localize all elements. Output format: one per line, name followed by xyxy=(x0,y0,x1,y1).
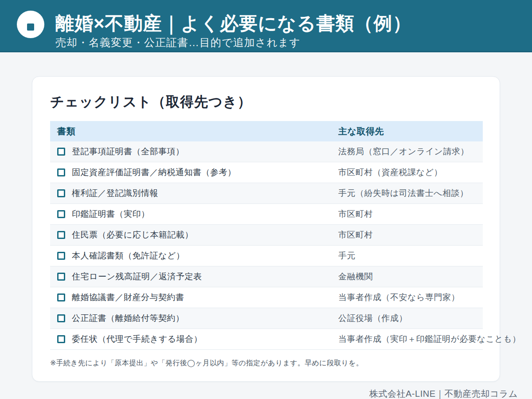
checkbox[interactable] xyxy=(57,335,65,343)
checkbox[interactable] xyxy=(57,231,65,239)
document-name: 固定資産評価証明書／納税通知書（参考） xyxy=(72,167,236,178)
table-row: 権利証／登記識別情報 手元（紛失時は司法書士へ相談） xyxy=(50,183,483,204)
table-row: 登記事項証明書（全部事項） 法務局（窓口／オンライン請求） xyxy=(50,141,483,162)
table-row: 住宅ローン残高証明／返済予定表 金融機関 xyxy=(50,266,483,287)
table-row: 公正証書（離婚給付等契約） 公証役場（作成） xyxy=(50,308,483,329)
source-name: 当事者作成（不安なら専門家） xyxy=(338,292,483,303)
table-row: 本人確認書類（免許証など） 手元 xyxy=(50,246,483,266)
checkbox[interactable] xyxy=(57,252,65,260)
document-name: 登記事項証明書（全部事項） xyxy=(72,146,184,157)
checkbox[interactable] xyxy=(57,189,65,197)
column-header-documents: 書類 xyxy=(50,125,338,137)
document-name: 本人確認書類（免許証など） xyxy=(72,250,184,262)
page-subtitle: 売却・名義変更・公正証書…目的で追加されます xyxy=(55,35,525,50)
checkbox[interactable] xyxy=(57,148,65,156)
document-cell: 固定資産評価証明書／納税通知書（参考） xyxy=(50,167,338,178)
table-row: 離婚協議書／財産分与契約書 当事者作成（不安なら専門家） xyxy=(50,287,483,308)
document-name: 印鑑証明書（実印） xyxy=(72,208,150,220)
logo-square-icon xyxy=(27,23,34,31)
header-banner: 離婚×不動産｜よく必要になる書類（例） 売却・名義変更・公正証書…目的で追加され… xyxy=(0,0,532,52)
document-cell: 住宅ローン残高証明／返済予定表 xyxy=(50,271,338,282)
table-row: 委任状（代理で手続きする場合） 当事者作成（実印＋印鑑証明が必要なことも） xyxy=(50,329,483,350)
checkbox[interactable] xyxy=(57,168,65,176)
table-row: 住民票（必要に応じ本籍記載） 市区町村 xyxy=(50,225,483,246)
banner-text: 離婚×不動産｜よく必要になる書類（例） 売却・名義変更・公正証書…目的で追加され… xyxy=(55,0,525,50)
source-name: 金融機関 xyxy=(338,271,483,282)
page: 離婚×不動産｜よく必要になる書類（例） 売却・名義変更・公正証書…目的で追加され… xyxy=(0,0,532,399)
documents-table: 書類 主な取得先 登記事項証明書（全部事項） 法務局（窓口／オンライン請求） 固… xyxy=(50,121,483,350)
table-body: 登記事項証明書（全部事項） 法務局（窓口／オンライン請求） 固定資産評価証明書／… xyxy=(50,141,483,350)
logo-icon xyxy=(17,11,44,38)
source-name: 公証役場（作成） xyxy=(338,313,483,324)
source-name: 市区町村 xyxy=(338,229,483,241)
document-name: 住宅ローン残高証明／返済予定表 xyxy=(72,271,202,282)
document-name: 権利証／登記識別情報 xyxy=(72,188,158,199)
table-row: 固定資産評価証明書／納税通知書（参考） 市区町村（資産税課など） xyxy=(50,162,483,183)
document-cell: 権利証／登記識別情報 xyxy=(50,188,338,199)
checklist-card: チェックリスト（取得先つき） 書類 主な取得先 登記事項証明書（全部事項） 法務… xyxy=(32,76,500,382)
source-name: 手元 xyxy=(338,250,483,262)
source-name: 当事者作成（実印＋印鑑証明が必要なことも） xyxy=(338,333,521,345)
source-name: 法務局（窓口／オンライン請求） xyxy=(338,146,483,157)
document-cell: 本人確認書類（免許証など） xyxy=(50,250,338,262)
table-header-row: 書類 主な取得先 xyxy=(50,121,483,141)
page-title: 離婚×不動産｜よく必要になる書類（例） xyxy=(55,13,525,34)
checkbox[interactable] xyxy=(57,273,65,281)
checkbox[interactable] xyxy=(57,314,65,322)
column-header-source: 主な取得先 xyxy=(338,125,483,137)
checkbox[interactable] xyxy=(57,293,65,301)
document-cell: 公正証書（離婚給付等契約） xyxy=(50,313,338,324)
checkbox[interactable] xyxy=(57,210,65,218)
document-name: 委任状（代理で手続きする場合） xyxy=(72,333,202,345)
table-row: 印鑑証明書（実印） 市区町村 xyxy=(50,204,483,225)
document-name: 住民票（必要に応じ本籍記載） xyxy=(72,229,193,241)
document-name: 公正証書（離婚給付等契約） xyxy=(72,313,184,324)
document-cell: 住民票（必要に応じ本籍記載） xyxy=(50,229,338,241)
footer-credit: 株式会社A-LINE｜不動産売却コラム xyxy=(0,388,518,399)
card-heading: チェックリスト（取得先つき） xyxy=(50,93,482,111)
document-name: 離婚協議書／財産分与契約書 xyxy=(72,292,184,303)
footnote: ※手続き先により「原本提出」や「発行後◯ヶ月以内」等の指定があります。早めに段取… xyxy=(50,359,482,368)
source-name: 手元（紛失時は司法書士へ相談） xyxy=(338,188,483,199)
document-cell: 委任状（代理で手続きする場合） xyxy=(50,333,338,345)
source-name: 市区町村（資産税課など） xyxy=(338,167,483,178)
document-cell: 離婚協議書／財産分与契約書 xyxy=(50,292,338,303)
document-cell: 登記事項証明書（全部事項） xyxy=(50,146,338,157)
source-name: 市区町村 xyxy=(338,208,483,220)
document-cell: 印鑑証明書（実印） xyxy=(50,208,338,220)
